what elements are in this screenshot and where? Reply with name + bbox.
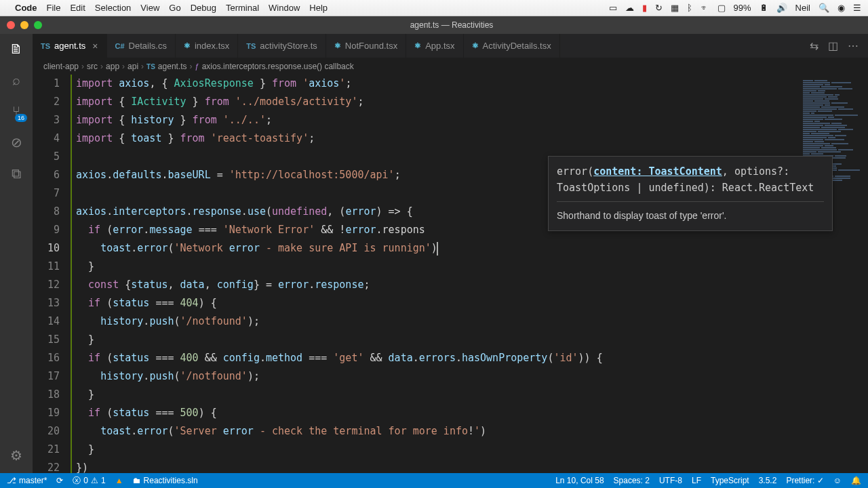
explorer-icon[interactable]: 🗎 — [7, 39, 26, 58]
editor-tabs: TS agent.ts × C# Details.cs ⚛ index.tsx … — [0, 34, 868, 58]
timemachine-icon[interactable]: ↻ — [655, 3, 663, 13]
menu-view[interactable]: View — [140, 3, 159, 13]
tab-app-tsx[interactable]: ⚛ App.tsx — [406, 34, 463, 58]
source-control-icon[interactable]: ⑂16 — [7, 102, 26, 121]
close-icon[interactable]: × — [92, 41, 98, 52]
grid-icon[interactable]: ▦ — [671, 3, 679, 13]
csharp-icon: C# — [115, 42, 125, 50]
menu-terminal[interactable]: Terminal — [226, 3, 259, 13]
crumb[interactable]: agent.ts — [158, 62, 187, 71]
crumb[interactable]: app — [106, 62, 119, 71]
typescript-icon: TS — [246, 42, 256, 50]
signature-help-tooltip: error(content: ToastContent, options?: T… — [548, 156, 833, 231]
macos-menubar: Code File Edit Selection View Go Debug T… — [0, 0, 868, 16]
menu-go[interactable]: Go — [169, 3, 180, 13]
traffic-lights[interactable] — [7, 21, 42, 29]
user-name[interactable]: Neil — [795, 3, 810, 13]
search-icon[interactable]: ⌕ — [7, 70, 26, 89]
flame-icon[interactable]: ▲ — [115, 476, 123, 485]
crumb[interactable]: api — [127, 62, 138, 71]
compare-changes-icon[interactable]: ⇆ — [810, 39, 818, 52]
siri-icon[interactable]: ◉ — [837, 3, 845, 13]
tab-details-cs[interactable]: C# Details.cs — [107, 34, 176, 58]
tab-activitydetails-tsx[interactable]: ⚛ ActivityDetails.tsx — [464, 34, 560, 58]
tab-label: NotFound.tsx — [345, 41, 397, 51]
minimize-window-icon[interactable] — [20, 21, 28, 29]
menu-file[interactable]: File — [47, 3, 61, 13]
prettier-status[interactable]: Prettier: ✓ — [786, 476, 823, 485]
window-titlebar: agent.ts — Reactivities — [0, 16, 868, 34]
feedback-icon[interactable]: ☺ — [833, 476, 842, 485]
battery-pct[interactable]: 99% — [734, 3, 751, 13]
menu-edit[interactable]: Edit — [70, 3, 85, 13]
tab-activitystore-ts[interactable]: TS activityStore.ts — [238, 34, 326, 58]
tab-label: index.tsx — [195, 41, 229, 51]
tray-icon[interactable]: ▭ — [609, 3, 617, 13]
bluetooth-icon[interactable]: ᛒ — [687, 3, 692, 13]
debug-icon[interactable]: ⊘ — [7, 133, 26, 152]
menu-selection[interactable]: Selection — [95, 3, 131, 13]
crumb[interactable]: src — [87, 62, 98, 71]
typescript-icon: TS — [146, 63, 155, 70]
settings-gear-icon[interactable]: ⚙ — [7, 446, 26, 465]
split-editor-icon[interactable]: ◫ — [828, 39, 838, 52]
sig-prefix: error( — [557, 165, 593, 178]
sync-icon[interactable]: ⟳ — [56, 476, 63, 485]
activity-bar: 🗎 ⌕ ⑂16 ⊘ ⧉ ⚙ — [0, 34, 33, 473]
solution-file[interactable]: 🖿 Reactivities.sln — [133, 476, 198, 485]
crumb[interactable]: client-app — [43, 62, 79, 71]
ts-version[interactable]: 3.5.2 — [759, 476, 777, 485]
sig-description: Shorthand to display toast of type 'erro… — [557, 201, 824, 224]
tab-label: agent.ts — [54, 41, 85, 51]
react-icon: ⚛ — [414, 41, 421, 50]
eol[interactable]: LF — [692, 476, 701, 485]
status-bar: ⎇ master* ⟳ ⓧ 0 ⚠ 1 ▲ 🖿 Reactivities.sln… — [0, 473, 868, 488]
tab-label: activityStore.ts — [260, 41, 317, 51]
extensions-icon[interactable]: ⧉ — [7, 164, 26, 183]
breadcrumb[interactable]: client-app› src› app› api› TS agent.ts› … — [0, 58, 868, 75]
tab-label: ActivityDetails.tsx — [483, 41, 551, 51]
menu-help[interactable]: Help — [309, 3, 328, 13]
spotlight-icon[interactable]: 🔍 — [818, 3, 829, 13]
problems[interactable]: ⓧ 0 ⚠ 1 — [73, 475, 105, 487]
typescript-icon: TS — [41, 42, 50, 50]
code-content[interactable]: import axios, { AxiosResponse } from 'ax… — [71, 75, 868, 473]
volume-icon[interactable]: 🔊 — [776, 3, 787, 13]
sig-active-param: content: ToastContent — [593, 165, 722, 178]
bell-icon[interactable]: 🔔 — [851, 476, 861, 485]
tab-index-tsx[interactable]: ⚛ index.tsx — [176, 34, 238, 58]
cloud-icon[interactable]: ☁ — [625, 3, 634, 13]
react-icon: ⚛ — [472, 41, 479, 50]
display-icon[interactable]: ▢ — [717, 3, 726, 13]
tab-notfound-tsx[interactable]: ⚛ NotFound.tsx — [326, 34, 406, 58]
more-actions-icon[interactable]: ⋯ — [848, 39, 859, 52]
zoom-window-icon[interactable] — [34, 21, 42, 29]
battery-icon[interactable]: 🔋︎ — [760, 3, 768, 13]
line-gutter: 12345678910111213141516171819202122 — [33, 75, 71, 473]
indent[interactable]: Spaces: 2 — [614, 476, 650, 485]
react-icon: ⚛ — [184, 41, 191, 50]
scm-badge: 16 — [15, 114, 27, 122]
close-window-icon[interactable] — [7, 21, 15, 29]
tab-label: Details.cs — [129, 41, 167, 51]
menu-window[interactable]: Window — [269, 3, 300, 13]
window-title: agent.ts — Reactivities — [42, 20, 861, 30]
menu-extras-icon[interactable]: ☰ — [853, 3, 861, 13]
encoding[interactable]: UTF-8 — [659, 476, 682, 485]
menu-debug[interactable]: Debug — [191, 3, 216, 13]
tab-label: App.tsx — [425, 41, 454, 51]
tab-agent-ts[interactable]: TS agent.ts × — [33, 34, 107, 58]
code-editor[interactable]: 12345678910111213141516171819202122 impo… — [33, 75, 868, 473]
app-name[interactable]: Code — [15, 3, 37, 13]
wifi-icon[interactable]: ᯤ — [701, 3, 709, 13]
git-branch[interactable]: ⎇ master* — [7, 476, 47, 485]
record-icon[interactable]: ▮ — [642, 3, 647, 13]
language-mode[interactable]: TypeScript — [711, 476, 749, 485]
react-icon: ⚛ — [334, 41, 341, 50]
cursor-position[interactable]: Ln 10, Col 58 — [555, 476, 604, 485]
crumb[interactable]: axios.interceptors.response.use() callba… — [202, 62, 354, 71]
function-icon: ƒ — [195, 62, 199, 70]
